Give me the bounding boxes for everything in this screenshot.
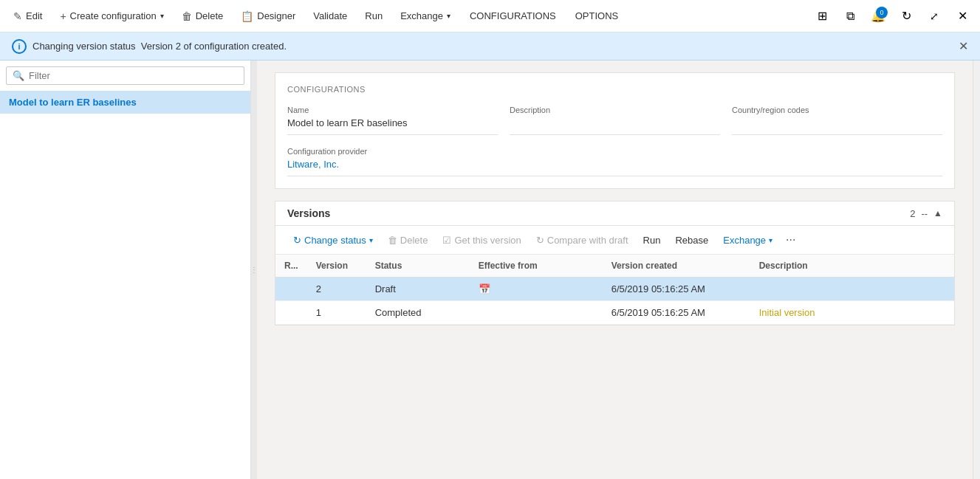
grid-icon: ⊞ <box>818 9 827 23</box>
sidebar: 🔍 Model to learn ER baselines <box>0 61 251 479</box>
versions-title: Versions <box>287 207 910 219</box>
versions-panel: Versions 2 -- ▲ ↻ Change status ▾ 🗑 Dele… <box>275 201 955 325</box>
toolbar-right: ⊞ ⧉ 🔔 0 ↻ ⤢ ✕ <box>810 4 974 28</box>
name-label: Name <box>287 106 498 114</box>
office-icon: ⧉ <box>846 10 854 23</box>
filter-input[interactable] <box>29 70 238 81</box>
cell-created-1: 6/5/2019 05:16:25 AM <box>603 278 750 301</box>
close-button[interactable]: ✕ <box>950 4 974 28</box>
search-box[interactable]: 🔍 <box>6 66 244 85</box>
versions-count: 2 <box>910 208 915 219</box>
close-icon: ✕ <box>958 9 967 23</box>
versions-toolbar: ↻ Change status ▾ 🗑 Delete ☑ Get this ve… <box>275 226 954 255</box>
calendar-icon[interactable]: 📅 <box>479 283 490 294</box>
description-value <box>510 117 720 135</box>
cell-created-2: 6/5/2019 05:16:25 AM <box>603 301 750 325</box>
collapse-button[interactable]: ▲ <box>933 208 942 218</box>
edit-icon: ✎ <box>13 10 22 22</box>
info-icon: i <box>12 39 27 54</box>
designer-button[interactable]: 📋 Designer <box>233 7 303 26</box>
refresh-small-icon: ↻ <box>293 235 301 246</box>
configurations-panel: CONFIGURATIONS Name Model to learn ER ba… <box>275 72 955 189</box>
country-label: Country/region codes <box>732 106 942 114</box>
cell-version-1: 2 <box>307 278 366 301</box>
notification-message: Changing version status Version 2 of con… <box>32 41 953 52</box>
provider-value[interactable]: Litware, Inc. <box>287 159 942 176</box>
cell-effective-1: 📅 <box>470 278 603 301</box>
versions-dash: -- <box>921 208 928 219</box>
run-toolbar-button[interactable]: Run <box>357 7 390 25</box>
country-field: Country/region codes <box>732 106 942 135</box>
change-status-button[interactable]: ↻ Change status ▾ <box>287 232 379 249</box>
configurations-panel-title: CONFIGURATIONS <box>287 85 942 94</box>
cell-description-2: Initial version <box>750 301 954 325</box>
cell-description-1 <box>750 278 954 301</box>
main-layout: 🔍 Model to learn ER baselines ⋮ CONFIGUR… <box>0 61 980 479</box>
compare-with-draft-button[interactable]: ↻ Compare with draft <box>530 232 634 249</box>
refresh-button[interactable]: ↻ <box>894 4 918 28</box>
description-field: Description <box>510 106 720 135</box>
compare-icon: ↻ <box>536 235 544 246</box>
nav-links: CONFIGURATIONS OPTIONS <box>461 7 627 25</box>
delete-small-icon: 🗑 <box>388 235 397 246</box>
col-header-status: Status <box>366 255 470 278</box>
table-header-row: R... Version Status Effective from Versi… <box>275 255 954 278</box>
plus-icon: + <box>60 10 66 22</box>
col-header-version: Version <box>307 255 366 278</box>
table-row[interactable]: 2 Draft 📅 6/5/2019 05:16:25 AM <box>275 278 954 301</box>
exchange-toolbar-button[interactable]: Exchange ▾ <box>393 7 458 25</box>
validate-button[interactable]: Validate <box>306 7 354 25</box>
chevron-down-icon: ▾ <box>369 236 373 244</box>
cell-status-1: Draft <box>366 278 470 301</box>
col-header-effective: Effective from <box>470 255 603 278</box>
check-icon: ☑ <box>442 235 451 246</box>
col-header-description: Description <box>750 255 954 278</box>
options-nav-link[interactable]: OPTIONS <box>566 7 628 25</box>
cell-r-2 <box>275 301 307 325</box>
rebase-button[interactable]: Rebase <box>669 232 714 249</box>
col-header-r: R... <box>275 255 307 278</box>
versions-table: R... Version Status Effective from Versi… <box>275 255 954 325</box>
more-options-button[interactable]: ··· <box>781 230 800 249</box>
expand-icon: ⤢ <box>930 10 939 22</box>
refresh-icon: ↻ <box>902 9 911 23</box>
right-scrollbar[interactable] <box>973 61 980 479</box>
run-versions-button[interactable]: Run <box>637 232 667 249</box>
office-icon-button[interactable]: ⧉ <box>838 4 862 28</box>
search-icon: 🔍 <box>13 70 24 81</box>
col-header-created: Version created <box>603 255 750 278</box>
chevron-down-icon: ▾ <box>447 12 450 20</box>
sidebar-item-model[interactable]: Model to learn ER baselines <box>0 91 250 114</box>
provider-label: Configuration provider <box>287 147 942 156</box>
delete-icon: 🗑 <box>182 10 192 22</box>
cell-r-1 <box>275 278 307 301</box>
main-toolbar: ✎ Edit + Create configuration ▾ 🗑 Delete… <box>0 0 980 32</box>
notification-banner: i Changing version status Version 2 of c… <box>0 32 980 61</box>
country-value <box>732 117 942 135</box>
get-version-button[interactable]: ☑ Get this version <box>436 232 527 249</box>
notification-button[interactable]: 🔔 0 <box>866 4 890 28</box>
chevron-down-icon: ▾ <box>160 12 164 20</box>
versions-delete-button[interactable]: 🗑 Delete <box>382 232 434 249</box>
expand-button[interactable]: ⤢ <box>922 4 946 28</box>
versions-header: Versions 2 -- ▲ <box>275 201 954 226</box>
edit-button[interactable]: ✎ Edit <box>6 7 49 26</box>
name-field: Name Model to learn ER baselines <box>287 106 498 135</box>
chevron-down-icon: ▾ <box>769 236 772 244</box>
config-fields: Name Model to learn ER baselines Descrip… <box>287 106 942 135</box>
cell-version-2: 1 <box>307 301 366 325</box>
configurations-nav-link[interactable]: CONFIGURATIONS <box>461 7 565 25</box>
table-row[interactable]: 1 Completed 6/5/2019 05:16:25 AM Initial… <box>275 301 954 325</box>
exchange-versions-button[interactable]: Exchange ▾ <box>717 232 778 249</box>
drag-handle[interactable]: ⋮ <box>251 61 257 479</box>
description-label: Description <box>510 106 720 114</box>
provider-section: Configuration provider Litware, Inc. <box>287 147 942 176</box>
cell-status-2: Completed <box>366 301 470 325</box>
name-value: Model to learn ER baselines <box>287 117 498 135</box>
notification-close-button[interactable]: ✕ <box>959 39 968 53</box>
delete-button[interactable]: 🗑 Delete <box>174 7 231 26</box>
grid-icon-button[interactable]: ⊞ <box>810 4 834 28</box>
create-configuration-button[interactable]: + Create configuration ▾ <box>52 7 171 26</box>
designer-icon: 📋 <box>241 10 253 22</box>
cell-effective-2 <box>470 301 603 325</box>
